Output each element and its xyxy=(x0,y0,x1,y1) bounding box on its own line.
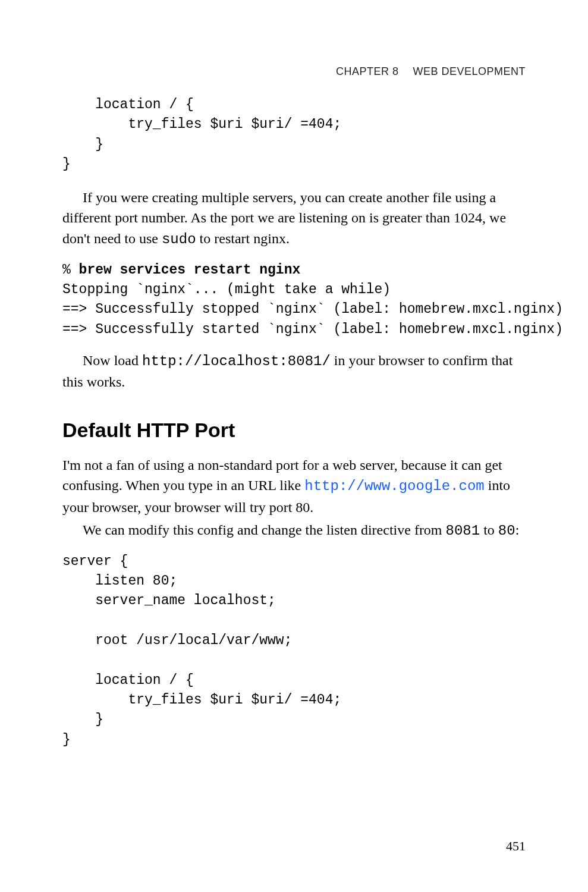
text: Now load xyxy=(83,353,142,368)
book-page: Chapter 8Web Development location / { tr… xyxy=(0,0,588,892)
inline-code-8081: 8081 xyxy=(446,523,480,539)
inline-code-sudo: sudo xyxy=(162,231,196,247)
text: We can modify this config and change the… xyxy=(83,522,446,538)
paragraph: If you were creating multiple servers, y… xyxy=(62,187,526,249)
code-block-nginx-server: server { listen 80; server_name localhos… xyxy=(62,552,526,750)
terminal-command: brew services restart nginx xyxy=(79,262,301,278)
inline-code-url: http://localhost:8081/ xyxy=(142,353,331,369)
terminal-prompt: % xyxy=(62,262,79,278)
paragraph: I'm not a fan of using a non-standard po… xyxy=(62,455,526,517)
terminal-block: % brew services restart nginx Stopping `… xyxy=(62,260,526,340)
text: to xyxy=(480,522,498,538)
inline-code-80: 80 xyxy=(498,523,515,539)
section-heading-default-http-port: Default HTTP Port xyxy=(62,416,526,444)
text: : xyxy=(515,522,520,538)
paragraph: Now load http://localhost:8081/ in your … xyxy=(62,350,526,392)
page-content: location / { try_files $uri $uri/ =404; … xyxy=(62,95,526,750)
terminal-output: Stopping `nginx`... (might take a while)… xyxy=(62,282,563,337)
page-number: 451 xyxy=(506,837,526,855)
code-block-nginx-fragment: location / { try_files $uri $uri/ =404; … xyxy=(62,95,526,174)
chapter-label: Chapter 8 xyxy=(336,65,399,77)
paragraph: We can modify this config and change the… xyxy=(62,520,526,541)
link-google[interactable]: http://www.google.com xyxy=(304,478,484,494)
chapter-title: Web Development xyxy=(413,65,526,77)
running-header: Chapter 8Web Development xyxy=(336,64,526,80)
text: to restart nginx. xyxy=(196,231,290,246)
